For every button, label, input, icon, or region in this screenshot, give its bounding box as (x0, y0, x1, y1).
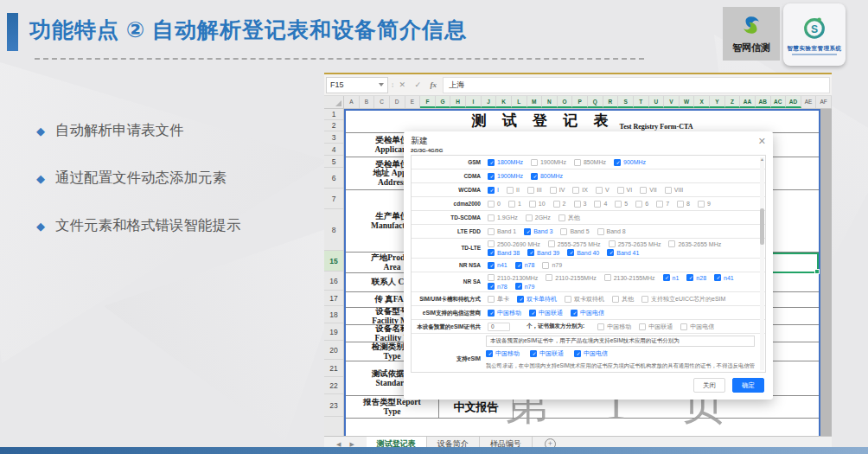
column-header[interactable]: L (512, 96, 527, 108)
checkbox-option[interactable]: 0 (488, 201, 501, 208)
checkbox-icon[interactable] (640, 187, 647, 194)
checkbox-icon[interactable] (574, 159, 581, 166)
checkbox-icon[interactable] (507, 187, 514, 194)
checkbox-icon[interactable] (558, 214, 565, 221)
checkbox-option[interactable]: 2110-2130MHz (488, 274, 538, 281)
checkbox-icon[interactable] (517, 296, 524, 303)
column-header[interactable]: C (374, 96, 390, 108)
checkbox-icon[interactable] (529, 310, 536, 317)
checkbox-option[interactable]: 850MHz (574, 159, 606, 166)
formula-input[interactable]: 上海 (443, 77, 830, 93)
column-header[interactable]: T (634, 96, 649, 108)
checkbox-option[interactable]: 2575-2635 MHz (609, 240, 661, 247)
checkbox-option[interactable]: 中国移动 (488, 309, 521, 317)
checkbox-icon[interactable] (635, 201, 642, 208)
checkbox-icon[interactable] (641, 296, 648, 303)
column-header[interactable]: I (466, 96, 482, 108)
close-icon[interactable]: ✕ (758, 137, 766, 146)
checkbox-option[interactable]: Band 3 (524, 228, 552, 235)
checkbox-option[interactable]: 其他 (558, 214, 580, 222)
checkbox-option[interactable]: 双卡双待机 (565, 295, 604, 304)
checkbox-option[interactable]: II (507, 187, 520, 194)
checkbox-icon[interactable] (515, 283, 522, 290)
checkbox-option[interactable]: n79 (515, 283, 535, 290)
checkbox-icon[interactable] (596, 187, 603, 194)
checkbox-option[interactable]: III (527, 187, 542, 194)
dialog-scrollbar[interactable] (760, 157, 764, 370)
column-header[interactable]: AD (786, 96, 801, 108)
checkbox-icon[interactable] (553, 201, 560, 208)
scrollbar-thumb[interactable] (760, 208, 764, 245)
checkbox-option[interactable]: Band 41 (607, 249, 639, 256)
column-header[interactable]: E (405, 96, 421, 108)
row-header[interactable]: 5 (324, 156, 343, 168)
checkbox-option[interactable]: 2110-2155MHz (546, 274, 596, 281)
checkbox-option[interactable]: 中国移动 (597, 323, 631, 331)
checkbox-icon[interactable] (597, 323, 604, 330)
insert-function-icon[interactable]: fx (427, 80, 439, 89)
checkbox-option[interactable]: 2555-2575 MHz (548, 240, 601, 247)
checkbox-icon[interactable] (488, 173, 495, 180)
checkbox-option[interactable]: n1 (663, 274, 680, 281)
checkbox-icon[interactable] (546, 274, 552, 281)
select-all-corner[interactable] (324, 96, 344, 108)
checkbox-option[interactable]: 3 (574, 201, 587, 208)
checkbox-icon[interactable] (515, 262, 522, 269)
checkbox-option[interactable]: n78 (488, 283, 507, 290)
column-header[interactable]: J (482, 96, 497, 108)
checkbox-option[interactable]: 中国电信 (574, 349, 608, 358)
row-header[interactable]: 22 (324, 377, 343, 394)
row-header[interactable]: 15 (324, 251, 343, 272)
checkbox-icon[interactable] (639, 323, 646, 330)
checkbox-icon[interactable] (527, 187, 534, 194)
column-header[interactable]: B (360, 96, 375, 108)
checkbox-icon[interactable] (526, 214, 533, 221)
column-header[interactable]: G (436, 96, 451, 108)
checkbox-icon[interactable] (529, 201, 536, 208)
checkbox-icon[interactable] (488, 283, 495, 290)
checkbox-icon[interactable] (571, 310, 578, 317)
column-header[interactable]: O (558, 96, 573, 108)
checkbox-option[interactable]: 5 (615, 201, 628, 208)
column-header[interactable]: AF (816, 96, 832, 108)
checkbox-icon[interactable] (714, 274, 721, 281)
row-header[interactable]: 21 (324, 360, 343, 377)
checkbox-option[interactable]: 单卡 (488, 295, 509, 304)
checkbox-icon[interactable] (617, 187, 624, 194)
row-header[interactable]: 17 (324, 291, 343, 306)
row-header[interactable]: 18 (324, 306, 343, 323)
checkbox-option[interactable]: Band 40 (567, 249, 599, 256)
checkbox-icon[interactable] (488, 214, 495, 221)
checkbox-option[interactable]: I (488, 187, 499, 194)
checkbox-option[interactable]: 900MHz (614, 159, 646, 166)
confirm-entry-icon[interactable]: ✓ (412, 80, 424, 89)
row-header[interactable]: 16 (324, 272, 343, 291)
checkbox-icon[interactable] (488, 240, 495, 247)
checkbox-option[interactable]: VIII (665, 187, 684, 194)
column-header[interactable]: N (542, 96, 558, 108)
checkbox-option[interactable]: 中国联通 (530, 349, 564, 358)
checkbox-option[interactable]: 1900MHz (488, 173, 523, 180)
checkbox-option[interactable]: 2 (553, 201, 566, 208)
checkbox-icon[interactable] (665, 187, 672, 194)
column-header[interactable]: V (664, 96, 680, 108)
checkbox-option[interactable]: 中国联通 (639, 323, 673, 331)
checkbox-icon[interactable] (565, 296, 571, 303)
row-header[interactable]: 1 (324, 109, 343, 120)
checkbox-option[interactable]: Band 8 (597, 228, 626, 235)
checkbox-option[interactable]: 2GHz (526, 214, 551, 221)
column-header[interactable]: Z (725, 96, 741, 108)
checkbox-option[interactable]: V (596, 187, 610, 194)
cancel-button[interactable]: 关闭 (693, 378, 725, 393)
checkbox-option[interactable]: n28 (686, 274, 706, 281)
checkbox-icon[interactable] (548, 240, 555, 247)
checkbox-icon[interactable] (508, 201, 515, 208)
row-header[interactable]: 20 (324, 341, 343, 360)
column-header[interactable]: AC (771, 96, 787, 108)
checkbox-icon[interactable] (574, 350, 581, 357)
chevron-down-icon[interactable] (379, 83, 384, 86)
checkbox-icon[interactable] (488, 201, 495, 208)
checkbox-icon[interactable] (488, 274, 495, 281)
column-header[interactable]: S (618, 96, 634, 108)
checkbox-icon[interactable] (488, 159, 495, 166)
